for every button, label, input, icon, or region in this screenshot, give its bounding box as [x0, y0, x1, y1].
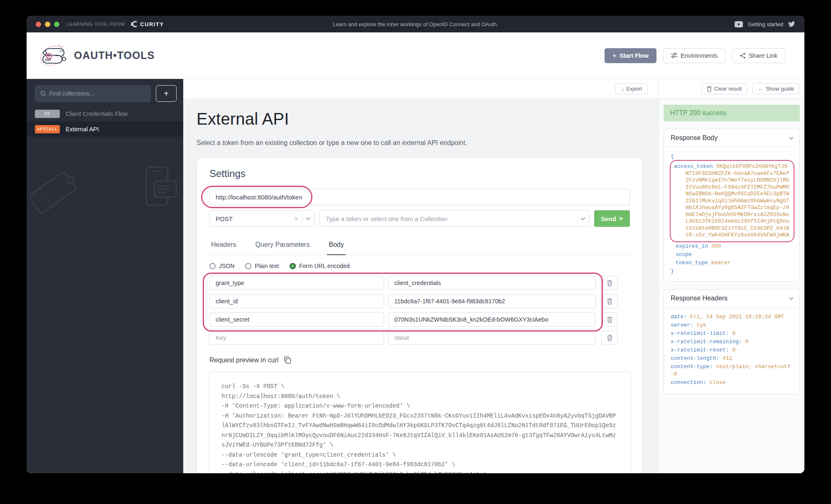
- trash-icon: [607, 298, 612, 305]
- header-line-connection: connection close: [671, 379, 794, 387]
- header-line-server: server tyk: [671, 322, 794, 329]
- result-panel: Clear result ← Show guide HTTP 200 succe…: [659, 79, 804, 473]
- oauth-tools-logo: ⚙ OAUTH•TOOLS: [37, 42, 155, 70]
- response-headers-card: Response Headers date Fri, 24 Sep 2021 1…: [664, 289, 800, 395]
- titlebar: LEARNING TOOL FROM CURITY Learn and expl…: [27, 16, 804, 32]
- collections-search[interactable]: [35, 85, 151, 102]
- curity-brand-text: CURITY: [140, 21, 164, 27]
- page-subtitle: Select a token from an existing collecti…: [197, 139, 658, 147]
- response-body-content: { access_token SKQqlkGf0RPs1hGAYKgTJ9NT1…: [664, 147, 799, 281]
- traffic-light-maximize-button[interactable]: [54, 22, 59, 27]
- curity-logo: CURITY: [130, 21, 164, 27]
- search-icon: [40, 91, 46, 97]
- flow-type-badge: CC: [35, 110, 60, 118]
- trash-icon: [607, 280, 612, 286]
- app-header: ⚙ OAUTH•TOOLS + Start Flow Environments: [27, 32, 804, 79]
- add-collection-button[interactable]: +: [156, 85, 177, 102]
- response-headers-header[interactable]: Response Headers: [664, 290, 799, 307]
- app-window: LEARNING TOOL FROM CURITY Learn and expl…: [27, 16, 804, 473]
- twitter-icon[interactable]: [788, 21, 795, 27]
- curity-c-icon: [130, 21, 138, 27]
- sidebar-item-client-credentials-flow[interactable]: CC Client Credentials Flow: [27, 106, 183, 121]
- radio-icon: [245, 263, 251, 269]
- send-arrow-icon: ➤: [619, 216, 623, 221]
- param-key-input[interactable]: [209, 331, 384, 345]
- radio-icon: [209, 263, 216, 269]
- settings-heading: Settings: [209, 168, 630, 179]
- chevron-down-icon: [580, 216, 585, 220]
- chevron-down-icon: [789, 295, 793, 300]
- radio-plain-text[interactable]: Plain text: [245, 263, 279, 269]
- clear-method-icon[interactable]: ✕: [294, 215, 299, 222]
- form-params: [209, 276, 630, 345]
- curl-preview-code[interactable]: curl -Ss -X POST \ http://localhost:8080…: [209, 371, 631, 473]
- param-row-client-id: [209, 294, 630, 308]
- copy-icon: [284, 356, 291, 364]
- method-select[interactable]: POST ✕: [209, 210, 315, 227]
- param-key-input[interactable]: [209, 294, 384, 308]
- main-panel: ↓ Export External API Select a token fro…: [183, 79, 659, 473]
- sidebar-item-label: Client Credentials Flow: [66, 111, 128, 117]
- download-icon: ↓: [621, 86, 624, 92]
- sidebar-item-external-api[interactable]: APICALL External API: [27, 121, 183, 137]
- param-value-input[interactable]: [388, 276, 596, 290]
- json-field-expires-in: expires_in 300: [671, 243, 794, 250]
- json-field-scope: scope: [671, 251, 794, 258]
- header-line-ratelimit-reset: x-ratelimit-reset 0: [671, 347, 794, 354]
- curl-preview-label: Request preview in curl: [209, 356, 278, 364]
- param-key-input[interactable]: [209, 276, 384, 290]
- learning-tool-label: LEARNING TOOL FROM: [66, 22, 125, 27]
- delete-param-button[interactable]: [601, 331, 618, 345]
- request-tabs: Headers Query Parameters Body: [209, 238, 630, 255]
- token-select[interactable]: Type a token or select one from a Collec…: [320, 210, 589, 227]
- param-key-input[interactable]: [209, 312, 384, 327]
- delete-param-button[interactable]: [601, 276, 618, 290]
- delete-param-button[interactable]: [601, 312, 618, 327]
- radio-form-url-encoded[interactable]: Form URL encoded: [290, 263, 350, 269]
- json-field-token-type: token_type bearer: [671, 259, 794, 266]
- param-value-input[interactable]: [388, 312, 596, 327]
- share-icon: [740, 53, 745, 59]
- response-headers-content: date Fri, 24 Sep 2021 18:18:24 GMT serve…: [664, 307, 799, 394]
- response-body-header[interactable]: Response Body: [664, 129, 799, 147]
- ticket-icon: [29, 169, 79, 214]
- trash-icon: [707, 86, 712, 92]
- response-body-card: Response Body { access_token SKQqlkGf0RP…: [664, 129, 800, 282]
- tab-headers[interactable]: Headers: [209, 238, 238, 255]
- oauth-tools-logo-icon: ⚙: [37, 42, 70, 70]
- page-title: External API: [197, 110, 658, 128]
- access-token-line: access_token SKQqlkGf0RPs1hGAYKgTJ9NT19F…: [671, 161, 794, 241]
- header-line-content-length: content-length 411: [671, 355, 794, 363]
- environments-button[interactable]: Environments: [663, 48, 725, 63]
- export-button[interactable]: ↓ Export: [615, 83, 648, 94]
- param-row-grant-type: [209, 276, 630, 290]
- start-flow-button[interactable]: + Start Flow: [605, 48, 656, 63]
- radio-json[interactable]: JSON: [209, 263, 234, 269]
- clear-result-button[interactable]: Clear result: [701, 83, 747, 94]
- traffic-light-close-button[interactable]: [36, 22, 41, 27]
- traffic-light-minimize-button[interactable]: [45, 22, 50, 27]
- copy-curl-button[interactable]: [284, 356, 291, 364]
- youtube-icon[interactable]: [735, 21, 743, 27]
- getting-started-link[interactable]: Getting started: [748, 21, 783, 27]
- tab-query-parameters[interactable]: Query Parameters: [253, 238, 311, 255]
- trash-icon: [607, 317, 612, 323]
- sidebar-decoration: [27, 160, 183, 226]
- search-input[interactable]: [49, 90, 145, 97]
- endpoint-url-input[interactable]: [209, 189, 630, 205]
- delete-param-button[interactable]: [601, 294, 618, 308]
- collections-sidebar: + CC Client Credentials Flow APICALL Ext…: [27, 79, 183, 473]
- param-value-input[interactable]: [388, 331, 596, 345]
- param-row-client-secret: [209, 312, 630, 327]
- send-button[interactable]: Send ➤: [594, 210, 630, 227]
- tab-body[interactable]: Body: [327, 238, 345, 255]
- show-guide-button[interactable]: ← Show guide: [752, 83, 800, 94]
- settings-card: Settings POST ✕: [197, 157, 643, 473]
- chevron-down-icon: [306, 216, 310, 220]
- sidebar-item-label: External API: [66, 126, 99, 133]
- chevron-down-icon: [789, 135, 793, 140]
- token-placeholder: Type a token or select one from a Collec…: [326, 215, 447, 222]
- share-link-button[interactable]: Share Link: [732, 48, 785, 63]
- sliders-icon: [671, 53, 677, 58]
- param-value-input[interactable]: [388, 294, 596, 308]
